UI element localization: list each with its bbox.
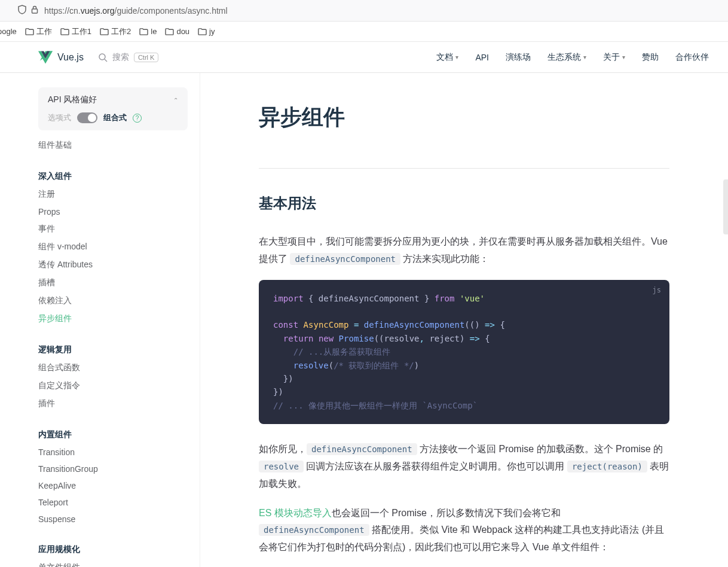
- nav-links: 文档 ▾ API 演练场 生态系统 ▾ 关于 ▾ 赞助 合作伙伴: [436, 52, 709, 63]
- section-heading: 基本用法: [259, 194, 669, 213]
- vue-logo-icon: [38, 50, 53, 65]
- nav-sponsor[interactable]: 赞助: [642, 52, 659, 63]
- nav-api[interactable]: API: [475, 52, 489, 63]
- sidebar-item[interactable]: 组合式函数: [38, 359, 188, 377]
- lock-icon: [31, 5, 38, 16]
- help-icon[interactable]: ?: [133, 114, 142, 123]
- bookmark-item[interactable]: jy: [198, 27, 215, 36]
- browser-address-bar: https://cn.vuejs.org/guide/components/as…: [0, 0, 728, 22]
- sidebar-item[interactable]: TransitionGroup: [38, 461, 188, 477]
- sidebar-section-title: 逻辑复用: [38, 341, 188, 359]
- brand-text: Vue.js: [57, 52, 84, 63]
- paragraph: ES 模块动态导入也会返回一个 Promise，所以多数情况下我们会将它和 de…: [259, 505, 669, 556]
- search-icon: [98, 53, 108, 62]
- nav-docs[interactable]: 文档 ▾: [436, 52, 458, 63]
- sidebar-item[interactable]: 依赖注入: [38, 292, 188, 310]
- sidebar-item[interactable]: 插件: [38, 395, 188, 413]
- divider: [259, 168, 669, 169]
- url-text[interactable]: https://cn.vuejs.org/guide/components/as…: [44, 6, 228, 16]
- sidebar-item[interactable]: 事件: [38, 220, 188, 238]
- sidebar-item[interactable]: 自定义指令: [38, 377, 188, 395]
- nav-about[interactable]: 关于 ▾: [603, 52, 625, 63]
- sidebar-item[interactable]: 透传 Attributes: [38, 256, 188, 274]
- sidebar: API 风格偏好 ⌃ 选项式 组合式 ? 组件基础深入组件注册Props事件组件…: [0, 73, 200, 567]
- sidebar-item[interactable]: 组件基础: [38, 136, 188, 154]
- bookmark-item[interactable]: le: [139, 27, 157, 36]
- right-rail-handle[interactable]: [723, 179, 728, 234]
- inline-code: defineAsyncComponent: [290, 253, 400, 265]
- sidebar-section-title: 深入组件: [38, 167, 188, 185]
- chevron-down-icon: ▾: [455, 54, 458, 60]
- bookmark-item[interactable]: dou: [165, 27, 189, 36]
- api-toggle[interactable]: [77, 112, 97, 123]
- inline-code: defineAsyncComponent: [307, 443, 417, 455]
- chevron-up-icon[interactable]: ⌃: [173, 97, 178, 103]
- nav-playground[interactable]: 演练场: [506, 52, 531, 63]
- svg-point-1: [99, 54, 105, 60]
- sidebar-item[interactable]: 组件 v-model: [38, 238, 188, 256]
- search-box[interactable]: 搜索 Ctrl K: [98, 52, 159, 63]
- svg-rect-0: [32, 9, 38, 13]
- sidebar-item[interactable]: KeepAlive: [38, 477, 188, 494]
- top-nav: Vue.js 搜索 Ctrl K 文档 ▾ API 演练场 生态系统 ▾ 关于 …: [0, 42, 728, 73]
- code-lang-badge: js: [653, 285, 661, 296]
- paragraph: 在大型项目中，我们可能需要拆分应用为更小的块，并仅在需要时再从服务器加载相关组件…: [259, 233, 669, 268]
- composition-api-label: 组合式: [103, 112, 127, 123]
- api-preference-panel: API 风格偏好 ⌃ 选项式 组合式 ?: [38, 87, 188, 130]
- bookmarks-bar: oogle 工作 工作1 工作2 le dou jy: [0, 22, 728, 42]
- sidebar-item[interactable]: 插槽: [38, 274, 188, 292]
- paragraph: 如你所见，defineAsyncComponent 方法接收一个返回 Promi…: [259, 441, 669, 492]
- code-block: js import { defineAsyncComponent } from …: [259, 280, 669, 425]
- inline-code: resolve: [259, 461, 304, 472]
- page-title: 异步组件: [259, 103, 669, 132]
- bookmark-item[interactable]: oogle: [0, 27, 17, 36]
- sidebar-item[interactable]: 异步组件: [38, 310, 188, 328]
- sidebar-section-title: 应用规模化: [38, 541, 188, 559]
- bookmark-item[interactable]: 工作1: [60, 26, 91, 37]
- sidebar-item[interactable]: Props: [38, 203, 188, 220]
- sidebar-item[interactable]: Transition: [38, 444, 188, 461]
- chevron-down-icon: ▾: [583, 54, 586, 60]
- sidebar-item[interactable]: 注册: [38, 185, 188, 203]
- shield-icon: [18, 5, 26, 17]
- panel-title: API 风格偏好: [48, 94, 97, 105]
- main-content: 异步组件 基本用法 在大型项目中，我们可能需要拆分应用为更小的块，并仅在需要时再…: [200, 73, 728, 567]
- sidebar-item[interactable]: 单文件组件: [38, 559, 188, 567]
- bookmark-item[interactable]: 工作: [25, 26, 52, 37]
- inline-code: reject(reason): [567, 461, 647, 472]
- sidebar-item[interactable]: Suspense: [38, 511, 188, 528]
- sidebar-section-title: 内置组件: [38, 426, 188, 444]
- external-link[interactable]: ES 模块动态导入: [259, 508, 332, 518]
- logo[interactable]: Vue.js: [38, 50, 84, 65]
- sidebar-item[interactable]: Teleport: [38, 494, 188, 511]
- bookmark-item[interactable]: 工作2: [100, 26, 131, 37]
- inline-code: defineAsyncComponent: [259, 524, 369, 536]
- search-shortcut: Ctrl K: [134, 53, 159, 62]
- options-api-label: 选项式: [48, 112, 71, 123]
- search-placeholder: 搜索: [112, 52, 129, 63]
- chevron-down-icon: ▾: [622, 54, 625, 60]
- nav-partners[interactable]: 合作伙伴: [675, 52, 709, 63]
- nav-ecosystem[interactable]: 生态系统 ▾: [547, 52, 586, 63]
